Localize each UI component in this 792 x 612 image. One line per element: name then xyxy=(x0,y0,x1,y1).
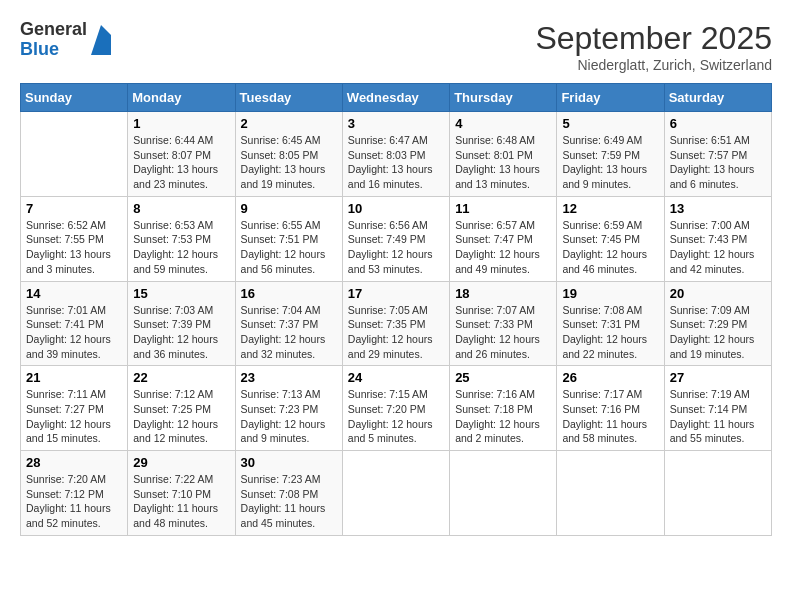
day-number: 2 xyxy=(241,116,337,131)
logo: General Blue xyxy=(20,20,111,60)
day-header-saturday: Saturday xyxy=(664,84,771,112)
calendar-cell: 17Sunrise: 7:05 AM Sunset: 7:35 PM Dayli… xyxy=(342,281,449,366)
day-number: 27 xyxy=(670,370,766,385)
day-info: Sunrise: 7:13 AM Sunset: 7:23 PM Dayligh… xyxy=(241,387,337,446)
day-number: 26 xyxy=(562,370,658,385)
calendar-table: SundayMondayTuesdayWednesdayThursdayFrid… xyxy=(20,83,772,536)
day-info: Sunrise: 6:49 AM Sunset: 7:59 PM Dayligh… xyxy=(562,133,658,192)
calendar-cell xyxy=(664,451,771,536)
calendar-cell: 2Sunrise: 6:45 AM Sunset: 8:05 PM Daylig… xyxy=(235,112,342,197)
day-number: 23 xyxy=(241,370,337,385)
day-info: Sunrise: 7:05 AM Sunset: 7:35 PM Dayligh… xyxy=(348,303,444,362)
calendar-cell: 26Sunrise: 7:17 AM Sunset: 7:16 PM Dayli… xyxy=(557,366,664,451)
calendar-cell: 13Sunrise: 7:00 AM Sunset: 7:43 PM Dayli… xyxy=(664,196,771,281)
day-number: 11 xyxy=(455,201,551,216)
day-number: 5 xyxy=(562,116,658,131)
day-header-tuesday: Tuesday xyxy=(235,84,342,112)
page-header: General Blue September 2025 Niederglatt,… xyxy=(20,20,772,73)
day-number: 17 xyxy=(348,286,444,301)
week-row-0: 1Sunrise: 6:44 AM Sunset: 8:07 PM Daylig… xyxy=(21,112,772,197)
logo-text: General Blue xyxy=(20,20,87,60)
day-header-monday: Monday xyxy=(128,84,235,112)
day-info: Sunrise: 6:56 AM Sunset: 7:49 PM Dayligh… xyxy=(348,218,444,277)
calendar-cell: 27Sunrise: 7:19 AM Sunset: 7:14 PM Dayli… xyxy=(664,366,771,451)
day-info: Sunrise: 7:09 AM Sunset: 7:29 PM Dayligh… xyxy=(670,303,766,362)
calendar-cell: 15Sunrise: 7:03 AM Sunset: 7:39 PM Dayli… xyxy=(128,281,235,366)
calendar-cell xyxy=(342,451,449,536)
day-info: Sunrise: 6:51 AM Sunset: 7:57 PM Dayligh… xyxy=(670,133,766,192)
day-info: Sunrise: 7:11 AM Sunset: 7:27 PM Dayligh… xyxy=(26,387,122,446)
calendar-cell: 5Sunrise: 6:49 AM Sunset: 7:59 PM Daylig… xyxy=(557,112,664,197)
day-number: 25 xyxy=(455,370,551,385)
calendar-cell: 11Sunrise: 6:57 AM Sunset: 7:47 PM Dayli… xyxy=(450,196,557,281)
calendar-cell: 6Sunrise: 6:51 AM Sunset: 7:57 PM Daylig… xyxy=(664,112,771,197)
calendar-cell: 25Sunrise: 7:16 AM Sunset: 7:18 PM Dayli… xyxy=(450,366,557,451)
day-number: 29 xyxy=(133,455,229,470)
day-info: Sunrise: 7:03 AM Sunset: 7:39 PM Dayligh… xyxy=(133,303,229,362)
day-info: Sunrise: 6:45 AM Sunset: 8:05 PM Dayligh… xyxy=(241,133,337,192)
day-info: Sunrise: 6:53 AM Sunset: 7:53 PM Dayligh… xyxy=(133,218,229,277)
day-header-wednesday: Wednesday xyxy=(342,84,449,112)
day-header-sunday: Sunday xyxy=(21,84,128,112)
day-info: Sunrise: 7:07 AM Sunset: 7:33 PM Dayligh… xyxy=(455,303,551,362)
day-info: Sunrise: 7:01 AM Sunset: 7:41 PM Dayligh… xyxy=(26,303,122,362)
calendar-cell: 4Sunrise: 6:48 AM Sunset: 8:01 PM Daylig… xyxy=(450,112,557,197)
day-info: Sunrise: 7:22 AM Sunset: 7:10 PM Dayligh… xyxy=(133,472,229,531)
day-number: 22 xyxy=(133,370,229,385)
day-info: Sunrise: 6:48 AM Sunset: 8:01 PM Dayligh… xyxy=(455,133,551,192)
day-number: 28 xyxy=(26,455,122,470)
calendar-cell: 12Sunrise: 6:59 AM Sunset: 7:45 PM Dayli… xyxy=(557,196,664,281)
day-number: 13 xyxy=(670,201,766,216)
calendar-cell: 9Sunrise: 6:55 AM Sunset: 7:51 PM Daylig… xyxy=(235,196,342,281)
calendar-cell: 29Sunrise: 7:22 AM Sunset: 7:10 PM Dayli… xyxy=(128,451,235,536)
day-info: Sunrise: 7:12 AM Sunset: 7:25 PM Dayligh… xyxy=(133,387,229,446)
calendar-cell: 3Sunrise: 6:47 AM Sunset: 8:03 PM Daylig… xyxy=(342,112,449,197)
day-header-friday: Friday xyxy=(557,84,664,112)
week-row-2: 14Sunrise: 7:01 AM Sunset: 7:41 PM Dayli… xyxy=(21,281,772,366)
calendar-cell: 7Sunrise: 6:52 AM Sunset: 7:55 PM Daylig… xyxy=(21,196,128,281)
calendar-cell: 14Sunrise: 7:01 AM Sunset: 7:41 PM Dayli… xyxy=(21,281,128,366)
day-number: 24 xyxy=(348,370,444,385)
day-number: 10 xyxy=(348,201,444,216)
day-number: 15 xyxy=(133,286,229,301)
day-info: Sunrise: 7:16 AM Sunset: 7:18 PM Dayligh… xyxy=(455,387,551,446)
day-info: Sunrise: 6:47 AM Sunset: 8:03 PM Dayligh… xyxy=(348,133,444,192)
day-number: 20 xyxy=(670,286,766,301)
calendar-cell xyxy=(450,451,557,536)
calendar-cell xyxy=(557,451,664,536)
day-number: 4 xyxy=(455,116,551,131)
calendar-cell: 22Sunrise: 7:12 AM Sunset: 7:25 PM Dayli… xyxy=(128,366,235,451)
day-number: 16 xyxy=(241,286,337,301)
day-info: Sunrise: 7:19 AM Sunset: 7:14 PM Dayligh… xyxy=(670,387,766,446)
week-row-4: 28Sunrise: 7:20 AM Sunset: 7:12 PM Dayli… xyxy=(21,451,772,536)
day-info: Sunrise: 7:20 AM Sunset: 7:12 PM Dayligh… xyxy=(26,472,122,531)
day-number: 3 xyxy=(348,116,444,131)
location: Niederglatt, Zurich, Switzerland xyxy=(535,57,772,73)
day-info: Sunrise: 6:44 AM Sunset: 8:07 PM Dayligh… xyxy=(133,133,229,192)
day-info: Sunrise: 7:04 AM Sunset: 7:37 PM Dayligh… xyxy=(241,303,337,362)
calendar-cell: 28Sunrise: 7:20 AM Sunset: 7:12 PM Dayli… xyxy=(21,451,128,536)
calendar-cell: 30Sunrise: 7:23 AM Sunset: 7:08 PM Dayli… xyxy=(235,451,342,536)
day-info: Sunrise: 7:23 AM Sunset: 7:08 PM Dayligh… xyxy=(241,472,337,531)
month-title: September 2025 xyxy=(535,20,772,57)
day-number: 14 xyxy=(26,286,122,301)
calendar-cell: 16Sunrise: 7:04 AM Sunset: 7:37 PM Dayli… xyxy=(235,281,342,366)
calendar-cell: 18Sunrise: 7:07 AM Sunset: 7:33 PM Dayli… xyxy=(450,281,557,366)
day-number: 6 xyxy=(670,116,766,131)
calendar-cell xyxy=(21,112,128,197)
day-info: Sunrise: 6:55 AM Sunset: 7:51 PM Dayligh… xyxy=(241,218,337,277)
calendar-cell: 24Sunrise: 7:15 AM Sunset: 7:20 PM Dayli… xyxy=(342,366,449,451)
day-number: 30 xyxy=(241,455,337,470)
calendar-cell: 19Sunrise: 7:08 AM Sunset: 7:31 PM Dayli… xyxy=(557,281,664,366)
day-number: 12 xyxy=(562,201,658,216)
day-info: Sunrise: 7:15 AM Sunset: 7:20 PM Dayligh… xyxy=(348,387,444,446)
day-info: Sunrise: 7:08 AM Sunset: 7:31 PM Dayligh… xyxy=(562,303,658,362)
logo-icon xyxy=(91,25,111,55)
day-info: Sunrise: 7:17 AM Sunset: 7:16 PM Dayligh… xyxy=(562,387,658,446)
day-number: 9 xyxy=(241,201,337,216)
calendar-cell: 20Sunrise: 7:09 AM Sunset: 7:29 PM Dayli… xyxy=(664,281,771,366)
week-row-1: 7Sunrise: 6:52 AM Sunset: 7:55 PM Daylig… xyxy=(21,196,772,281)
day-header-thursday: Thursday xyxy=(450,84,557,112)
day-info: Sunrise: 6:59 AM Sunset: 7:45 PM Dayligh… xyxy=(562,218,658,277)
calendar-cell: 8Sunrise: 6:53 AM Sunset: 7:53 PM Daylig… xyxy=(128,196,235,281)
